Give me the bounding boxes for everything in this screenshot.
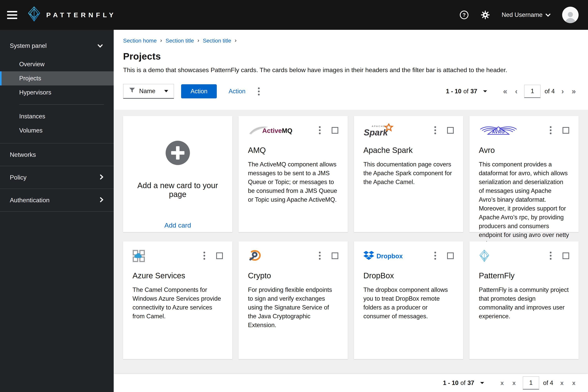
first-page-button-broken-icon[interactable]: x	[498, 379, 507, 387]
card-kebab-menu-icon[interactable]	[201, 249, 208, 262]
card-checkbox[interactable]	[332, 127, 338, 134]
project-card-patternfly: PatternFly PatternFly is a community pro…	[470, 242, 578, 359]
sidebar-item-label: Projects	[19, 75, 41, 82]
sidebar-item-networks[interactable]: Networks	[0, 144, 114, 166]
card-description: This component provides a dataformat for…	[479, 160, 569, 248]
funnel-icon	[129, 88, 135, 95]
add-card-link[interactable]: Add card	[164, 222, 191, 229]
card-description: The dropbox component allows you to trea…	[364, 286, 454, 321]
masthead: PATTERNFLY ?	[0, 0, 588, 30]
sidebar-item-instances[interactable]: Instances	[0, 109, 114, 124]
card-checkbox[interactable]	[447, 127, 454, 134]
add-card-tile: Add a new card to your page Add card	[123, 116, 232, 232]
page-title: Projects	[123, 51, 578, 62]
project-card-avro: AVRO Avro This component provides a data…	[470, 116, 578, 232]
pagination-range: 1 - 10	[443, 380, 458, 386]
sidebar-item-label: Hypervisors	[19, 89, 51, 96]
project-card-crypto: Crypto For providing flexible endpoints …	[238, 242, 348, 359]
last-page-button-broken-icon[interactable]: x	[569, 379, 578, 387]
sidebar-item-volumes[interactable]: Volumes	[0, 124, 114, 138]
card-kebab-menu-icon[interactable]	[316, 249, 323, 262]
chevron-down-icon	[98, 42, 103, 50]
sidebar-subnav: Overview Projects Hypervisors	[0, 57, 114, 100]
pagination-summary-dropdown[interactable]: 1 - 10 of 37	[446, 88, 487, 95]
current-page-input[interactable]	[524, 85, 540, 98]
previous-page-button[interactable]: ‹	[512, 87, 520, 96]
sidebar-item-authentication[interactable]: Authentication	[0, 189, 114, 212]
card-title: Crypto	[248, 271, 338, 280]
card-view-area: Add a new card to your page Add card Act…	[114, 110, 588, 374]
caret-down-icon	[483, 90, 487, 92]
card-kebab-menu-icon[interactable]	[548, 249, 554, 262]
breadcrumb-separator-icon: ›	[234, 37, 236, 44]
sidebar-item-policy[interactable]: Policy	[0, 166, 114, 189]
sidebar-item-hypervisors[interactable]: Hypervisors	[0, 86, 114, 100]
card-description: The Camel Components for Windows Azure S…	[132, 286, 223, 321]
breadcrumb-link[interactable]: Section title	[203, 38, 231, 44]
sidebar-item-label: Policy	[10, 174, 26, 181]
card-checkbox[interactable]	[216, 252, 223, 259]
sidebar-top-level-nav: Networks Policy Authentication	[0, 143, 114, 212]
card-kebab-menu-icon[interactable]	[432, 124, 438, 136]
sidebar-item-label: Overview	[19, 61, 44, 68]
current-page-input[interactable]	[523, 376, 539, 390]
card-title: Apache Spark	[364, 146, 454, 155]
card-title: DropBox	[364, 271, 454, 280]
sidebar-divider	[19, 104, 104, 105]
sidebar-item-overview[interactable]: Overview	[0, 57, 114, 71]
user-avatar[interactable]	[562, 7, 578, 23]
patternfly-diamond-logo-icon	[28, 6, 41, 24]
filter-select-value: Name	[139, 88, 156, 95]
patternfly-card-logo	[479, 249, 490, 263]
help-question-circle-icon[interactable]: ?	[460, 10, 469, 20]
card-description: The ActiveMQ component allows messages t…	[248, 160, 338, 204]
card-checkbox[interactable]	[332, 252, 338, 259]
sidebar-section-system-panel[interactable]: System panel	[0, 38, 114, 53]
sidebar-item-projects[interactable]: Projects	[0, 71, 114, 86]
apache-spark-logo: APACHE Spark	[364, 124, 396, 137]
breadcrumb-link[interactable]: Section title	[166, 38, 194, 44]
card-description: This documentation page covers the Apach…	[364, 160, 454, 186]
next-page-button[interactable]: ›	[558, 87, 567, 96]
toolbar-kebab-menu-icon[interactable]	[256, 85, 262, 98]
breadcrumb-link[interactable]: Section home	[123, 38, 156, 44]
plus-circle-icon[interactable]	[165, 140, 190, 167]
breadcrumb-separator-icon: ›	[197, 37, 199, 44]
total-pages-label: of 4	[543, 380, 553, 386]
card-checkbox[interactable]	[447, 252, 454, 259]
card-kebab-menu-icon[interactable]	[548, 124, 554, 136]
card-checkbox[interactable]	[562, 252, 569, 259]
action-primary-button[interactable]: Action	[181, 84, 217, 98]
pagination-nav: x x of 4 x x	[498, 376, 578, 390]
total-pages-label: of 4	[544, 88, 555, 95]
pagination-of-label: of	[463, 88, 468, 95]
card-checkbox[interactable]	[562, 127, 569, 134]
last-page-button[interactable]: »	[569, 87, 578, 96]
action-link-button[interactable]: Action	[228, 88, 246, 95]
filter-name-select[interactable]: Name	[123, 84, 174, 99]
avro-logo: AVRO	[479, 124, 518, 137]
sidebar-nav: System panel Overview Projects Hyperviso…	[0, 30, 114, 392]
settings-gear-icon[interactable]	[480, 10, 490, 20]
card-description: For providing flexible endpoints to sign…	[248, 286, 338, 330]
project-card-apache-spark: APACHE Spark Apache Spark This	[354, 116, 463, 232]
chevron-right-icon	[100, 174, 104, 181]
toolbar: Name Action Action 1 - 10 of 37 « ‹	[114, 74, 588, 110]
nav-toggle-hamburger-icon[interactable]	[7, 11, 17, 19]
pagination-total: 37	[470, 88, 477, 95]
card-kebab-menu-icon[interactable]	[316, 124, 323, 136]
previous-page-button-broken-icon[interactable]: x	[509, 379, 519, 387]
next-page-button-broken-icon[interactable]: x	[557, 379, 567, 387]
brand: PATTERNFLY	[28, 6, 116, 24]
card-title: PatternFly	[479, 271, 569, 280]
brand-name: PATTERNFLY	[46, 11, 116, 19]
project-card-amq: ActiveMQ AMQ The ActiveMQ component allo…	[238, 116, 348, 232]
pagination-total: 37	[468, 380, 474, 386]
pagination-summary-dropdown[interactable]: 1 - 10 of 37	[443, 380, 484, 386]
breadcrumb: Section home › Section title › Section t…	[123, 38, 578, 44]
card-kebab-menu-icon[interactable]	[432, 249, 438, 262]
user-menu-dropdown[interactable]: Ned Username	[502, 11, 550, 18]
chevron-down-icon	[546, 12, 550, 18]
first-page-button[interactable]: «	[500, 87, 510, 96]
card-title: Avro	[479, 146, 569, 155]
